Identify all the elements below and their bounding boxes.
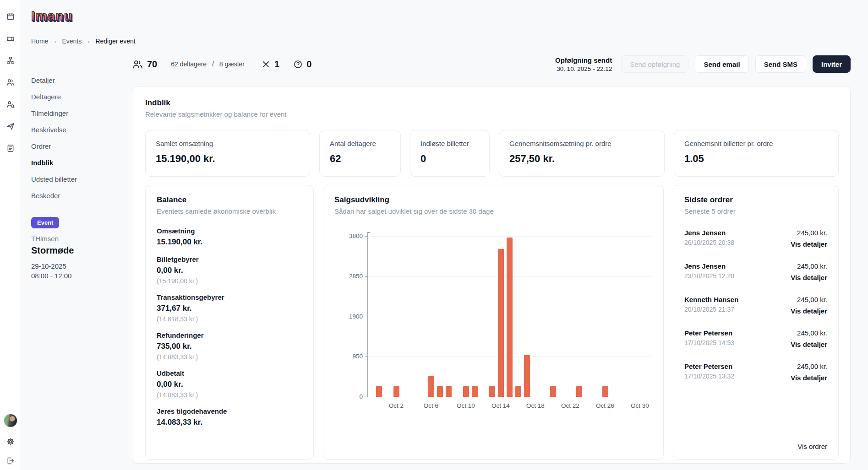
detail-cards-row: Balance Eventets samlede økonomiske over… (145, 185, 839, 460)
orders-list: Jens Jensen26/10/2025 20:38245,00 kr.Vis… (684, 229, 827, 382)
chart-bar (489, 386, 495, 397)
metric-card: Gennemsnit billetter pr. ordre1.05 (674, 130, 839, 177)
order-meta: 245,00 kr.Vis detaljer (791, 262, 827, 281)
breadcrumb-home[interactable]: Home (31, 38, 48, 45)
metric-label: Gennemsnit billetter pr. ordre (684, 140, 828, 147)
order-datetime: 20/10/2025 21:37 (684, 306, 738, 313)
invite-button[interactable]: Inviter (813, 55, 851, 73)
order-details-link[interactable]: Vis detaljer (791, 374, 827, 382)
balance-item: Refunderinger735,00 kr.(14.083,33 kr.) (157, 331, 302, 361)
last-orders-card: Sidste ordrer Seneste 5 ordrer Jens Jens… (673, 185, 839, 460)
event-type-badge: Event (31, 217, 59, 228)
balance-item-value: 14.083,33 kr. (157, 418, 302, 427)
ticket-icon[interactable] (6, 34, 15, 43)
chart-plot: 0950190028503800Oct 2Oct 6Oct 10Oct 14Oc… (367, 236, 652, 397)
order-customer: Jens Jensen26/10/2025 20:38 (684, 229, 734, 248)
order-row: Peter Petersen17/10/2025 13:32245,00 kr.… (684, 362, 827, 382)
chart-bar (576, 386, 582, 397)
chart-x-tick-label: Oct 10 (452, 402, 480, 409)
metric-card: Samlet omsætning15.190,00 kr. (145, 130, 310, 177)
chart-y-tick-label: 1900 (342, 313, 363, 320)
gear-icon[interactable] (6, 437, 15, 446)
user-avatar[interactable] (4, 414, 17, 427)
order-customer-name: Peter Petersen (684, 329, 734, 337)
insights-panel: Indblik Relevante salgsmetrikker og bala… (132, 86, 851, 464)
balance-item-net: (14.818,33 kr.) (157, 315, 302, 323)
order-customer-name: Jens Jensen (684, 229, 734, 237)
insights-title: Indblik (145, 98, 839, 108)
sitemap-icon[interactable] (6, 56, 15, 65)
metric-value: 0 (420, 153, 479, 165)
chart-bar (507, 238, 513, 397)
sidebar-item-udsted-billetter[interactable]: Udsted billetter (31, 171, 127, 188)
order-details-link[interactable]: Vis detaljer (791, 274, 827, 281)
last-orders-title: Sidste ordrer (684, 195, 827, 205)
organizer-name: THimsen (31, 235, 127, 243)
event-time: 08:00 - 12:00 (31, 271, 127, 281)
order-details-link[interactable]: Vis detaljer (791, 240, 827, 248)
sidebar-item-beskrivelse[interactable]: Beskrivelse (31, 122, 127, 138)
order-amount: 245,00 kr. (791, 262, 827, 270)
chart-y-tick-label: 0 (342, 393, 363, 400)
order-customer: Jens Jensen23/10/2025 12:20 (684, 262, 734, 281)
followup-status-timestamp: 30. 10. 2025 - 22:12 (555, 65, 612, 72)
unknown-count: 0 (306, 59, 311, 70)
chart-bar (446, 386, 452, 397)
event-header-row: 70 62 deltagere / 8 gæster 1 0 Opfølgnin… (132, 55, 851, 73)
attendee-guests: 8 gæster (219, 60, 245, 68)
declined-icon (261, 59, 271, 69)
order-details-link[interactable]: Vis detaljer (791, 340, 827, 348)
icon-rail (0, 0, 21, 470)
balance-item-label: Udbetalt (157, 369, 302, 377)
followup-status: Opfølgning sendt 30. 10. 2025 - 22:12 (555, 56, 612, 72)
sidebar-item-ordrer[interactable]: Ordrer (31, 138, 127, 155)
chart-bar (472, 386, 478, 397)
breadcrumb-separator: › (87, 38, 89, 45)
attendance-stats: 70 62 deltagere / 8 gæster 1 0 (132, 59, 311, 70)
metric-label: Samlet omsætning (156, 140, 300, 147)
chart-gridline (368, 397, 652, 397)
send-email-button[interactable]: Send email (695, 55, 748, 73)
users-icon[interactable] (6, 78, 15, 87)
chart-bar (463, 386, 469, 397)
sidebar-item-tilmeldinger[interactable]: Tilmeldinger (31, 105, 127, 122)
brand-logo[interactable]: Imanu (31, 7, 72, 25)
chart-bar (393, 386, 399, 397)
metric-cards-row: Samlet omsætning15.190,00 kr.Antal delta… (145, 130, 839, 177)
order-datetime: 17/10/2025 13:32 (684, 373, 734, 380)
attendee-separator: / (212, 60, 214, 68)
order-customer: Peter Petersen17/10/2025 13:32 (684, 362, 734, 382)
order-customer-name: Peter Petersen (684, 362, 734, 370)
metric-value: 1.05 (684, 153, 828, 165)
send-icon[interactable] (6, 122, 15, 131)
chart-bar (602, 386, 608, 397)
order-amount: 245,00 kr. (791, 229, 827, 237)
sidebar-item-detaljer[interactable]: Detaljer (31, 72, 127, 89)
sidebar-item-beskeder[interactable]: Beskeder (31, 188, 127, 204)
view-orders-link[interactable]: Vis ordrer (797, 443, 827, 450)
order-details-link[interactable]: Vis detaljer (791, 307, 827, 315)
calendar-icon[interactable] (6, 12, 15, 21)
insights-subtitle: Relevante salgsmetrikker og balance for … (145, 110, 839, 118)
metric-label: Gennemsnitsomsætning pr. ordre (509, 140, 654, 147)
metric-label: Antal deltagere (330, 140, 390, 147)
sidebar-item-deltagere[interactable]: Deltagere (31, 89, 127, 105)
chart-gridline (368, 236, 652, 237)
person-search-icon[interactable] (6, 100, 15, 109)
logout-icon[interactable] (6, 456, 15, 465)
order-meta: 245,00 kr.Vis detaljer (791, 329, 827, 348)
chart-bar (524, 355, 530, 397)
chart-x-tick-label: Oct 14 (487, 402, 514, 409)
chart-y-tick-label: 950 (342, 353, 363, 360)
followup-status-title: Opfølgning sendt (555, 56, 612, 64)
breadcrumb-events[interactable]: Events (62, 38, 82, 45)
event-schedule: 29-10-2025 08:00 - 12:00 (31, 261, 127, 281)
sidebar-item-indblik[interactable]: Indblik (31, 155, 127, 171)
send-sms-button[interactable]: Send SMS (755, 55, 806, 73)
balance-item: Billetgebyrer0,00 kr.(15.190,00 kr.) (157, 255, 302, 285)
chart-y-axis (367, 232, 368, 397)
event-name: Stormøde (31, 245, 127, 256)
receipt-icon[interactable] (6, 144, 15, 153)
send-followup-button[interactable]: Send opfølgning (621, 55, 688, 73)
breadcrumb: Home › Events › Rediger event (31, 38, 127, 47)
